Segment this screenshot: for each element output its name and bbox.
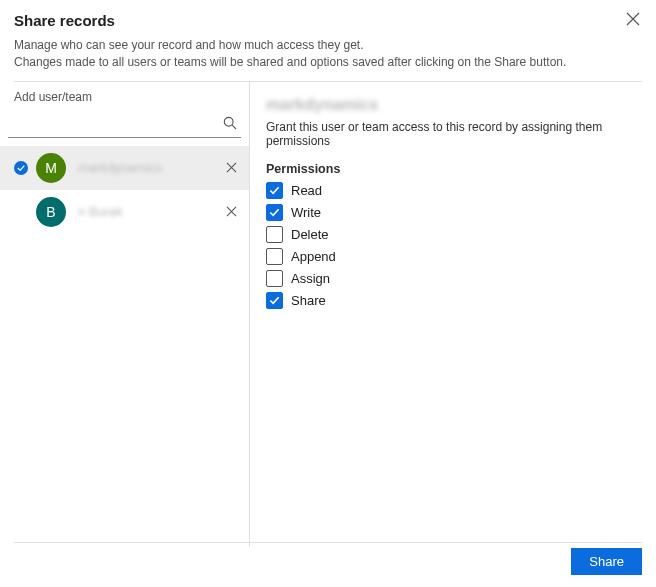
avatar: B — [36, 197, 66, 227]
close-icon — [226, 162, 237, 173]
dialog-title: Share records — [14, 12, 642, 29]
permission-label: Assign — [291, 271, 330, 286]
permission-label: Delete — [291, 227, 329, 242]
check-icon — [269, 295, 280, 306]
checkbox-assign[interactable] — [266, 270, 283, 287]
checkbox-append[interactable] — [266, 248, 283, 265]
checkbox-delete[interactable] — [266, 226, 283, 243]
user-name: markdynamics — [78, 160, 221, 175]
remove-user-button[interactable] — [221, 158, 241, 178]
checkbox-share[interactable] — [266, 292, 283, 309]
selected-user-heading: markdynamics — [266, 96, 642, 114]
description-line-1: Manage who can see your record and how m… — [14, 37, 642, 54]
share-button[interactable]: Share — [571, 548, 642, 575]
user-name: n Burak — [78, 204, 221, 219]
user-list: M markdynamics B n Burak — [0, 146, 249, 234]
permission-write[interactable]: Write — [266, 204, 642, 221]
close-button[interactable] — [626, 12, 642, 28]
close-icon — [626, 12, 640, 26]
search-icon[interactable] — [223, 116, 237, 130]
grant-text: Grant this user or team access to this r… — [266, 120, 642, 148]
permission-append[interactable]: Append — [266, 248, 642, 265]
left-panel: Add user/team M markdynamics — [0, 82, 250, 547]
permission-delete[interactable]: Delete — [266, 226, 642, 243]
permissions-heading: Permissions — [266, 162, 642, 176]
checkbox-write[interactable] — [266, 204, 283, 221]
description-line-2: Changes made to all users or teams will … — [14, 54, 642, 71]
user-row-1[interactable]: B n Burak — [0, 190, 249, 234]
right-panel: markdynamics Grant this user or team acc… — [250, 82, 656, 547]
permission-assign[interactable]: Assign — [266, 270, 642, 287]
close-icon — [226, 206, 237, 217]
check-icon — [269, 185, 280, 196]
add-user-label: Add user/team — [0, 82, 249, 110]
svg-point-0 — [224, 117, 233, 126]
permission-label: Write — [291, 205, 321, 220]
avatar: M — [36, 153, 66, 183]
user-row-0[interactable]: M markdynamics — [0, 146, 249, 190]
permission-read[interactable]: Read — [266, 182, 642, 199]
check-icon — [269, 207, 280, 218]
search-input[interactable] — [8, 110, 241, 136]
permission-share[interactable]: Share — [266, 292, 642, 309]
permission-label: Read — [291, 183, 322, 198]
remove-user-button[interactable] — [221, 202, 241, 222]
permission-label: Append — [291, 249, 336, 264]
permission-label: Share — [291, 293, 326, 308]
checkbox-read[interactable] — [266, 182, 283, 199]
selected-indicator-icon — [14, 161, 28, 175]
